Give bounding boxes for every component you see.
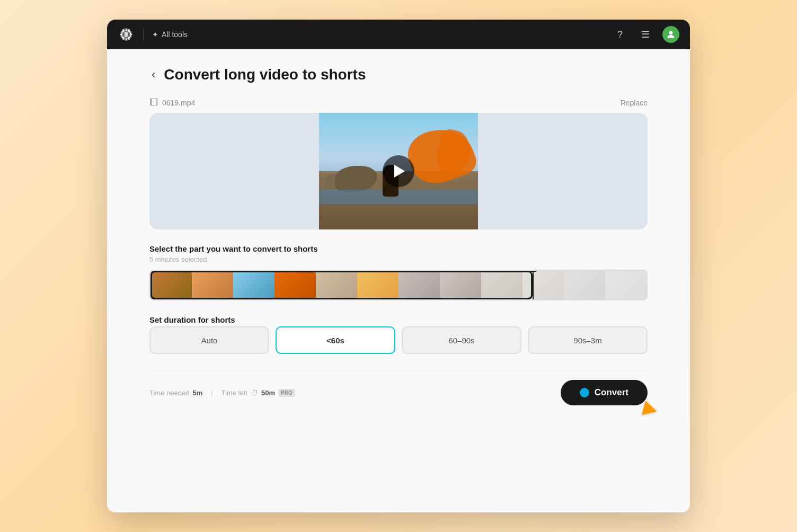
convert-dot: [580, 388, 589, 397]
duration-60-90s[interactable]: 60–90s: [402, 326, 521, 354]
video-preview: [149, 113, 648, 229]
timeline-track[interactable]: [149, 270, 648, 300]
file-name-area: 🎞 0619.mp4: [149, 98, 195, 108]
menu-button[interactable]: ☰: [637, 26, 654, 43]
minutes-selected: 5 minutes selected: [149, 255, 648, 263]
all-tools-label: All tools: [162, 30, 188, 39]
frame-1: [150, 271, 192, 299]
logo-svg: [119, 27, 134, 42]
help-button[interactable]: ?: [612, 26, 628, 43]
time-left-label: Time left: [222, 389, 247, 397]
timeline-section: Select the part you want to convert to s…: [149, 244, 648, 300]
time-needed: Time needed 5m: [149, 389, 202, 397]
playhead-handle: [529, 270, 537, 272]
duration-90s-3m[interactable]: 90s–3m: [528, 326, 648, 354]
convert-label: Convert: [595, 387, 628, 398]
page-header: ‹ Convert long video to shorts: [149, 66, 648, 83]
convert-button[interactable]: Convert: [561, 380, 648, 405]
navbar-left: ✦ All tools: [118, 26, 188, 43]
svg-rect-0: [125, 32, 128, 37]
duration-60s[interactable]: <60s: [276, 326, 395, 354]
duration-options: Auto <60s 60–90s 90s–3m: [149, 326, 648, 354]
main-content: ‹ Convert long video to shorts 🎞 0619.mp…: [107, 49, 690, 512]
logo-icon[interactable]: [118, 26, 135, 43]
clock-icon: ⏱: [251, 388, 258, 397]
navbar-right: ? ☰: [612, 26, 679, 43]
footer-bar: Time needed 5m | Time left ⏱ 50m PRO Con…: [149, 371, 648, 405]
footer-meta: Time needed 5m | Time left ⏱ 50m PRO: [149, 388, 295, 397]
pro-badge: PRO: [278, 389, 295, 397]
selection-label: Select the part you want to convert to s…: [149, 244, 648, 253]
frame-2: [192, 271, 233, 299]
avatar[interactable]: [662, 26, 679, 43]
frame-6: [357, 271, 398, 299]
film-icon: 🎞: [149, 98, 158, 108]
playhead[interactable]: [533, 270, 534, 300]
replace-button[interactable]: Replace: [621, 99, 648, 107]
time-needed-label: Time needed: [149, 389, 189, 397]
frame-8: [440, 271, 481, 299]
meta-divider: |: [211, 389, 212, 397]
time-needed-value: 5m: [192, 389, 202, 397]
duration-auto[interactable]: Auto: [149, 326, 269, 354]
frame-11: [564, 271, 605, 299]
wand-icon: ✦: [152, 30, 158, 39]
file-info: 🎞 0619.mp4 Replace: [149, 98, 648, 108]
play-icon: [394, 165, 405, 178]
frame-9: [481, 271, 523, 299]
page-title: Convert long video to shorts: [164, 66, 366, 83]
navbar-divider: [143, 28, 144, 41]
duration-section: Set duration for shorts Auto <60s 60–90s…: [149, 315, 648, 354]
cursor-arrow: [642, 401, 659, 419]
frame-3: [233, 271, 274, 299]
frame-7: [398, 271, 440, 299]
svg-point-1: [669, 31, 673, 34]
play-button[interactable]: [383, 155, 414, 187]
frame-5: [316, 271, 357, 299]
avatar-icon: [666, 29, 676, 40]
frame-4: [274, 271, 316, 299]
back-button[interactable]: ‹: [149, 67, 157, 83]
file-name: 0619.mp4: [162, 99, 195, 107]
app-window: ✦ All tools ? ☰ ‹ Convert long video to …: [107, 20, 690, 512]
frame-10: [523, 271, 564, 299]
all-tools-btn[interactable]: ✦ All tools: [152, 30, 188, 39]
time-left: Time left ⏱ 50m PRO: [222, 388, 295, 397]
time-left-value: 50m: [261, 389, 275, 397]
frame-12: [605, 271, 647, 299]
duration-label: Set duration for shorts: [149, 315, 648, 324]
navbar: ✦ All tools ? ☰: [107, 20, 690, 49]
